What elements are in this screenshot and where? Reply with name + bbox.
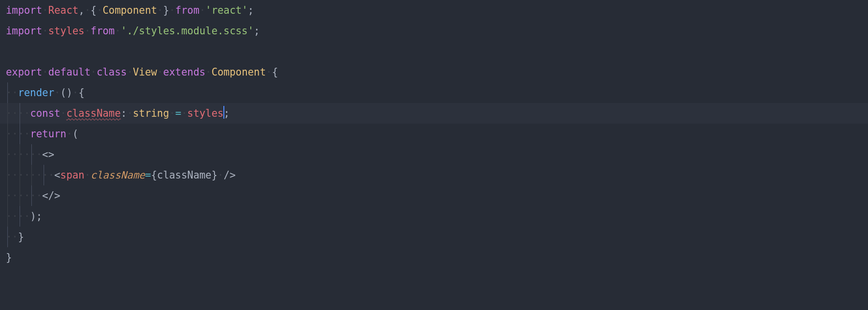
code-token: string — [133, 107, 169, 119]
whitespace: · — [205, 66, 211, 78]
indent-guide — [20, 124, 20, 144]
indent-guide — [20, 165, 20, 185]
code-token: } — [6, 252, 12, 263]
code-token: = — [145, 169, 151, 181]
code-token: default — [48, 66, 90, 78]
code-token: <> — [42, 149, 54, 160]
code-token: ( — [72, 128, 78, 140]
code-token: () — [60, 87, 72, 99]
indent-guide — [7, 165, 8, 185]
indent-guide — [31, 165, 32, 185]
whitespace: · — [66, 128, 72, 140]
whitespace: · — [54, 87, 60, 99]
whitespace: · — [169, 107, 175, 119]
code-token: import — [6, 25, 42, 37]
whitespace: · — [266, 66, 272, 78]
code-token: import — [6, 4, 42, 16]
code-token: , — [78, 4, 84, 16]
code-token: className — [66, 107, 121, 119]
whitespace: · — [199, 4, 205, 16]
code-token: export — [6, 66, 42, 78]
whitespace: ······ — [6, 149, 42, 160]
code-token: className — [157, 169, 212, 181]
code-token: const — [30, 107, 60, 119]
whitespace: ········ — [6, 169, 54, 181]
code-line[interactable] — [0, 41, 868, 62]
whitespace: · — [42, 25, 48, 37]
indent-guide — [31, 185, 32, 206]
code-token: className — [91, 169, 145, 181]
code-line[interactable]: import·React,·{·Component·}·from·'react'… — [0, 0, 868, 21]
whitespace: · — [157, 66, 163, 78]
whitespace: · — [127, 66, 133, 78]
code-line[interactable]: ····return·( — [0, 124, 868, 144]
code-token: ; — [36, 210, 42, 222]
code-token: View — [133, 66, 157, 78]
code-token: < — [54, 169, 60, 181]
code-token: { — [272, 66, 278, 78]
code-token: Component — [212, 66, 266, 78]
code-token: React — [48, 4, 78, 16]
code-token: : — [121, 107, 127, 119]
code-token: styles — [48, 25, 84, 37]
code-token: ; — [223, 107, 229, 119]
indent-guide — [44, 165, 44, 185]
code-token: 'react' — [205, 4, 247, 16]
code-token: </> — [42, 190, 60, 202]
whitespace: · — [60, 107, 66, 119]
code-line[interactable]: export·default·class·View·extends·Compon… — [0, 62, 868, 82]
whitespace: ······ — [6, 190, 42, 202]
whitespace: · — [181, 107, 187, 119]
whitespace: · — [217, 169, 223, 181]
code-line[interactable]: ··render·()·{ — [0, 82, 868, 103]
whitespace: · — [84, 25, 90, 37]
whitespace: · — [42, 66, 48, 78]
whitespace: · — [84, 4, 90, 16]
code-token: } — [163, 4, 169, 16]
code-token: class — [96, 66, 127, 78]
whitespace: · — [84, 169, 90, 181]
indent-guide — [7, 144, 8, 165]
indent-guide — [20, 103, 20, 124]
code-token: return — [30, 128, 66, 140]
code-token: ; — [254, 25, 260, 37]
code-token: ; — [248, 4, 254, 16]
whitespace: · — [72, 87, 78, 99]
whitespace: · — [127, 107, 133, 119]
code-editor[interactable]: import·React,·{·Component·}·from·'react'… — [0, 0, 868, 268]
code-token: } — [18, 231, 24, 243]
indent-guide — [7, 227, 8, 247]
whitespace: · — [96, 4, 102, 16]
code-line[interactable]: ··} — [0, 227, 868, 247]
indent-guide — [7, 103, 8, 124]
whitespace: · — [115, 25, 121, 37]
whitespace: ···· — [6, 210, 30, 222]
code-token: from — [175, 4, 199, 16]
indent-guide — [31, 144, 32, 165]
code-line[interactable]: } — [0, 247, 868, 268]
whitespace: · — [42, 4, 48, 16]
code-line[interactable]: ······</> — [0, 185, 868, 206]
code-line[interactable]: ····); — [0, 206, 868, 227]
code-token: { — [91, 4, 96, 16]
indent-guide — [7, 185, 8, 206]
code-line[interactable]: ······<> — [0, 144, 868, 165]
whitespace: · — [157, 4, 163, 16]
code-token: render — [18, 87, 54, 99]
code-line[interactable]: import·styles·from·'./styles.module.scss… — [0, 21, 868, 41]
code-token: } — [212, 169, 217, 181]
indent-guide — [20, 185, 20, 206]
indent-guide — [7, 206, 8, 227]
code-line[interactable]: ········<span·className={className}·/> — [0, 165, 868, 185]
whitespace: · — [169, 4, 175, 16]
indent-guide — [20, 144, 20, 165]
whitespace: ···· — [6, 128, 30, 140]
indent-guide — [7, 82, 8, 103]
code-token: span — [60, 169, 84, 181]
code-token: = — [175, 107, 181, 119]
code-token: { — [78, 87, 84, 99]
code-line[interactable]: ····const·className:·string·=·styles; — [0, 103, 868, 124]
indent-guide — [7, 124, 8, 144]
code-token: ) — [30, 210, 36, 222]
whitespace: ···· — [6, 107, 30, 119]
